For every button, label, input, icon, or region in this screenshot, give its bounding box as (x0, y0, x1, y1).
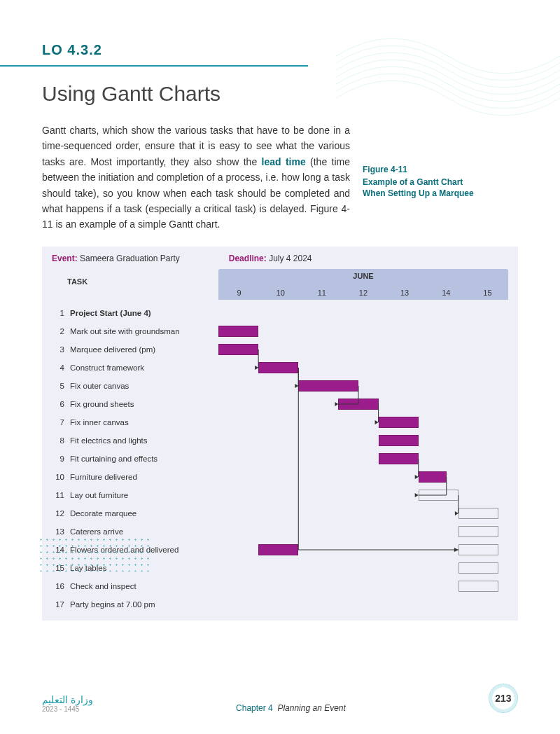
deadline-label: Deadline: (229, 254, 267, 263)
gantt-row: 13Caterers arrive (52, 522, 508, 541)
row-number: 5 (52, 382, 64, 390)
gantt-row: 14Flowers ordered and delivered (52, 541, 508, 559)
task-name: Fix ground sheets (64, 400, 218, 408)
row-number: 12 (52, 509, 64, 518)
task-name: Construct framework (64, 363, 218, 372)
row-number: 10 (52, 473, 64, 481)
task-name: Mark out site with groundsman (64, 327, 218, 335)
figure-number: Figure 4-11 (363, 165, 475, 174)
day-col: 10 (260, 286, 301, 300)
body-row: Gantt charts, which show the various tas… (42, 123, 518, 233)
task-name: Caterers arrive (64, 527, 218, 536)
row-number: 11 (52, 491, 64, 499)
gantt-row: 11Lay out furniture (52, 486, 508, 504)
day-col: 14 (426, 286, 467, 300)
row-number: 6 (52, 400, 64, 408)
bar-area (218, 489, 508, 501)
row-number: 3 (52, 345, 64, 354)
task-name: Fix outer canvas (64, 382, 218, 390)
bar-area (218, 380, 508, 392)
bar-area (218, 543, 508, 556)
gantt-bar (419, 471, 447, 483)
row-number: 16 (52, 582, 64, 590)
gantt-bar (379, 417, 419, 428)
gantt-header: Event: Sameera Graduation Party Deadline… (42, 247, 518, 300)
gantt-bar (218, 326, 258, 337)
gantt-row: 7Fix inner canvas (52, 413, 508, 431)
gantt-row: 5Fix outer canvas (52, 377, 508, 395)
task-name: Lay out furniture (64, 491, 218, 499)
gantt-chart: Event: Sameera Graduation Party Deadline… (42, 247, 518, 621)
gantt-bar (458, 508, 498, 519)
ministry-arabic: وزارة التعليم (42, 694, 93, 705)
gantt-bar (258, 544, 298, 555)
bar-area (218, 434, 508, 447)
gantt-bar (458, 562, 498, 574)
gantt-row: 17Party begins at 7.00 pm (52, 595, 508, 614)
bar-area (218, 343, 508, 356)
row-number: 15 (52, 564, 64, 572)
row-number: 1 (52, 309, 64, 317)
bar-area (218, 361, 508, 374)
day-col: 12 (342, 286, 384, 300)
task-name: Furniture delivered (64, 473, 218, 481)
deadline-value: July 4 2024 (269, 254, 312, 263)
gantt-row: 9Fit curtaining and effects (52, 450, 508, 468)
page: LO 4.3.2 Using Gantt Charts Gantt charts… (0, 0, 560, 649)
task-name: Party begins at 7.00 pm (64, 600, 218, 609)
gantt-bar (258, 362, 298, 373)
page-title: Using Gantt Charts (42, 82, 518, 106)
task-name: Flowers ordered and delivered (64, 546, 218, 554)
gantt-bar (298, 380, 358, 392)
gantt-row: 3Marquee delivered (pm) (52, 340, 508, 359)
task-name: Fit curtaining and effects (64, 455, 218, 463)
row-number: 2 (52, 327, 64, 335)
bar-area (218, 398, 508, 410)
gantt-bar (379, 435, 419, 446)
gantt-row: 15Lay tables (52, 559, 508, 577)
task-name: Lay tables (64, 564, 218, 572)
lead-time-term: lead time (262, 156, 306, 167)
row-number: 9 (52, 455, 64, 463)
learning-objective-label: LO 4.3.2 (42, 42, 518, 58)
chapter-num: Chapter 4 (236, 703, 273, 713)
event-value: Sameera Graduation Party (80, 254, 180, 263)
gantt-bar (458, 526, 498, 537)
bar-area (218, 416, 508, 429)
task-name: Fix inner canvas (64, 418, 218, 427)
divider (0, 65, 308, 67)
figure-caption: Figure 4-11 Example of a Gantt Chart Whe… (363, 165, 475, 233)
body-paragraph: Gantt charts, which show the various tas… (42, 123, 350, 233)
day-col: 9 (218, 286, 260, 300)
gantt-row: 12Decorate marquee (52, 504, 508, 522)
page-footer: وزارة التعليم 2023 - 1445 Chapter 4 Plan… (42, 684, 518, 713)
ministry-year: 2023 - 1445 (42, 705, 93, 713)
month-header: JUNE (218, 269, 508, 286)
gantt-bar (379, 453, 419, 464)
task-name: Fit electrics and lights (64, 436, 218, 445)
gantt-row: 2Mark out site with groundsman (52, 322, 508, 340)
gantt-row: 8Fit electrics and lights (52, 431, 508, 450)
bar-area (218, 325, 508, 338)
chapter-label: Chapter 4 Planning an Event (236, 703, 346, 713)
bar-area (218, 580, 508, 593)
day-headers: 9 10 11 12 13 14 15 (52, 286, 508, 300)
gantt-bar (218, 344, 258, 355)
gantt-bar (458, 544, 498, 555)
row-number: 7 (52, 418, 64, 427)
task-name: Check and inspect (64, 582, 218, 590)
row-number: 13 (52, 527, 64, 536)
day-col: 13 (384, 286, 426, 300)
row-number: 4 (52, 363, 64, 372)
figure-description: Example of a Gantt Chart When Setting Up… (363, 177, 474, 198)
gantt-row: 10Furniture delivered (52, 468, 508, 486)
gantt-row: 4Construct framework (52, 359, 508, 377)
day-col: 11 (301, 286, 342, 300)
task-name: Decorate marquee (64, 509, 218, 518)
gantt-row: 16Check and inspect (52, 577, 508, 595)
gantt-row: 1Project Start (June 4) (52, 304, 508, 322)
bar-area (218, 307, 508, 319)
bar-area (218, 471, 508, 483)
gantt-bar (338, 399, 378, 410)
task-name: Project Start (June 4) (64, 309, 218, 317)
